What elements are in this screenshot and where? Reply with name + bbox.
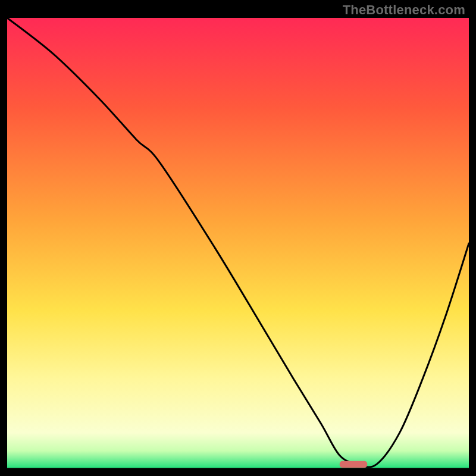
chart-plot-area: [7, 18, 469, 469]
watermark-text: TheBottleneck.com: [343, 2, 465, 18]
chart-svg: [7, 18, 469, 469]
optimal-marker: [340, 461, 368, 468]
gradient-background: [7, 18, 469, 469]
